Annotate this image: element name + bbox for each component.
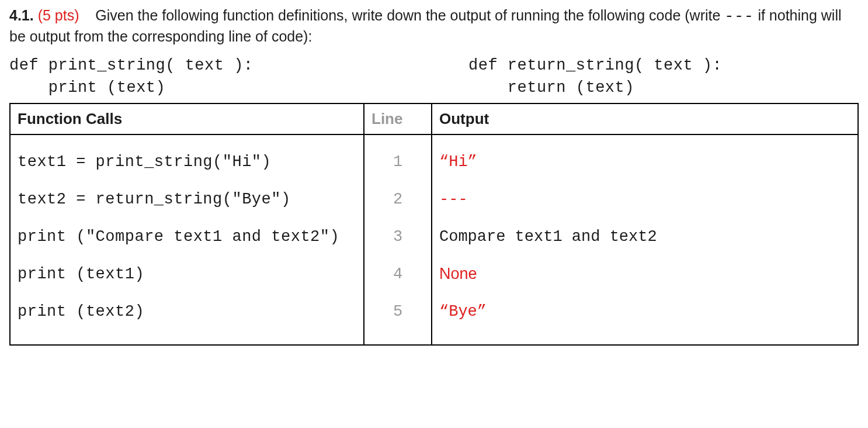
calls-column: text1 = print_string("Hi")text2 = return… bbox=[11, 135, 363, 344]
output-cell: --- bbox=[439, 181, 850, 218]
output-cell: “Hi” bbox=[439, 143, 850, 181]
header-line: Line bbox=[364, 103, 432, 134]
output-cell: “Bye” bbox=[439, 293, 850, 330]
output-cell: None bbox=[439, 256, 850, 293]
line-cell: 5 bbox=[371, 293, 424, 330]
call-cell: print (text1) bbox=[18, 256, 356, 293]
call-cell: print (text2) bbox=[18, 293, 356, 330]
question-points: (5 pts) bbox=[38, 7, 79, 23]
output-table: Function Calls Line Output text1 = print… bbox=[9, 103, 859, 346]
output-column: “Hi”---Compare text1 and text2None“Bye” bbox=[432, 135, 857, 344]
call-cell: text2 = return_string("Bye") bbox=[18, 181, 356, 218]
call-cell: text1 = print_string("Hi") bbox=[18, 143, 356, 181]
table-header-row: Function Calls Line Output bbox=[10, 103, 858, 134]
question-prompt: 4.1. (5 pts) Given the following functio… bbox=[9, 6, 859, 47]
line-cell: 1 bbox=[371, 143, 424, 181]
question-number: 4.1. bbox=[9, 7, 34, 23]
line-cell: 3 bbox=[371, 218, 424, 256]
def-return-string: def return_string( text ): return (text) bbox=[398, 55, 857, 99]
output-cell: Compare text1 and text2 bbox=[439, 218, 850, 256]
table-body-row: text1 = print_string("Hi")text2 = return… bbox=[10, 134, 858, 345]
call-cell: print ("Compare text1 and text2") bbox=[18, 218, 356, 256]
prompt-dashes: --- bbox=[724, 8, 754, 25]
line-column: 12345 bbox=[364, 135, 431, 344]
function-definitions: def print_string( text ): print (text) d… bbox=[9, 55, 859, 99]
line-cell: 4 bbox=[371, 256, 424, 293]
header-function-calls: Function Calls bbox=[10, 103, 364, 134]
prompt-text-a: Given the following function definitions… bbox=[95, 7, 724, 23]
header-output: Output bbox=[432, 103, 858, 134]
line-cell: 2 bbox=[371, 181, 424, 218]
def-print-string: def print_string( text ): print (text) bbox=[9, 55, 398, 99]
